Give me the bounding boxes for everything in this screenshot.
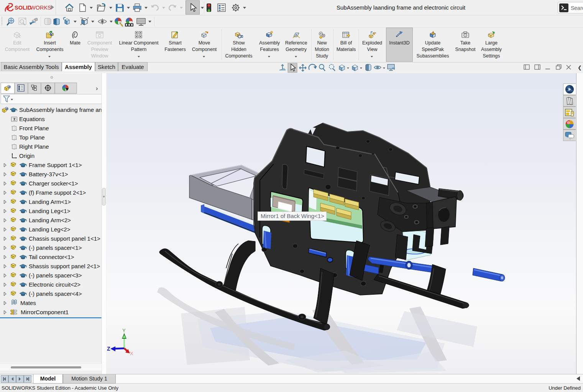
svg-text:Top Plane: Top Plane: [19, 134, 45, 141]
svg-text:Landing Arm<2>: Landing Arm<2>: [29, 217, 71, 223]
svg-text:Front Plane: Front Plane: [19, 125, 49, 131]
svg-text:X: X: [130, 351, 133, 356]
svg-text:Landing Leg<2>: Landing Leg<2>: [29, 226, 71, 233]
svg-text:(-) panels spacer<4>: (-) panels spacer<4>: [29, 290, 82, 297]
svg-text:Chassis support panel 1<1>: Chassis support panel 1<1>: [29, 235, 100, 242]
svg-text:Equations: Equations: [19, 116, 45, 122]
svg-text:Mates: Mates: [20, 300, 36, 306]
svg-text:(-) panels spacer<3>: (-) panels spacer<3>: [29, 272, 82, 279]
svg-text:Charger socker<1>: Charger socker<1>: [29, 180, 78, 187]
svg-text:Landing Leg<1>: Landing Leg<1>: [29, 208, 71, 214]
svg-text:Origin: Origin: [19, 153, 34, 159]
svg-text:Landing Arm<1>: Landing Arm<1>: [29, 198, 71, 205]
svg-text:SubAssembly laanding frame anc: SubAssembly laanding frame anc: [19, 107, 105, 113]
svg-text:MirrorComponent1: MirrorComponent1: [21, 309, 69, 315]
svg-text:WORKS: WORKS: [30, 5, 51, 11]
svg-text:Z: Z: [107, 346, 110, 352]
svg-text:Electronic circuit<2>: Electronic circuit<2>: [29, 281, 80, 288]
svg-text:›: ›: [96, 85, 98, 92]
svg-text:SOLID: SOLID: [15, 5, 31, 11]
svg-text:Shassis support panel 2<1>: Shassis support panel 2<1>: [29, 263, 100, 269]
svg-text:Battery-37v<1>: Battery-37v<1>: [29, 171, 68, 177]
svg-text:(-) panels spacer<1>: (-) panels spacer<1>: [29, 244, 82, 251]
svg-text:Right Plane: Right Plane: [19, 143, 49, 150]
svg-text:(f) Frame suppot 2<1>: (f) Frame suppot 2<1>: [29, 189, 86, 196]
svg-text:Tail connector<1>: Tail connector<1>: [29, 254, 74, 260]
svg-text:Y: Y: [122, 328, 126, 333]
svg-text:Frame Support 1<1>: Frame Support 1<1>: [29, 162, 82, 168]
